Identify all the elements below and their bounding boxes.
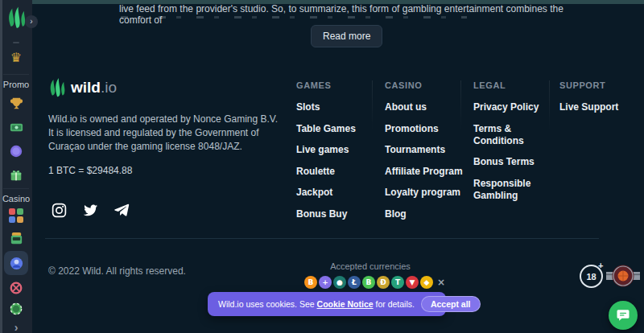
footer-link[interactable]: Terms & Conditions xyxy=(473,120,559,150)
copyright-text: © 2022 Wild. All rights reserved. xyxy=(48,265,186,277)
footer-columns: GAMESSlotsTable GamesLive gamesRouletteJ… xyxy=(296,80,640,226)
column-divider xyxy=(372,80,373,130)
sidebar-bottom-chevron-icon[interactable]: › xyxy=(8,319,24,333)
live-casino-icon[interactable] xyxy=(8,255,24,271)
footer-link[interactable]: Affiliate Program xyxy=(385,162,473,181)
cookie-banner: Wild.io uses cookies. See Cookie Notice … xyxy=(208,292,446,316)
slots-grid-glyph xyxy=(9,208,23,223)
footer-logo[interactable]: wild.io xyxy=(48,77,117,98)
trophy-icon[interactable] xyxy=(8,95,24,111)
currency-purple-coin-icon: + xyxy=(319,276,332,289)
license-text: Wild.io is owned and operated by Nonce G… xyxy=(48,113,283,154)
currency-tether-icon: T xyxy=(391,276,404,289)
footer-link[interactable]: Roulette xyxy=(296,162,385,181)
currency-litecoin-icon: Ł xyxy=(348,276,361,289)
footer-link[interactable]: Live Support xyxy=(559,98,640,117)
age-plus-sign: + xyxy=(598,261,603,270)
live-chat-button[interactable] xyxy=(609,301,638,330)
currency-teal-coin-icon: ● xyxy=(333,276,346,289)
cashback-icon[interactable] xyxy=(8,119,24,135)
wild-logo-icon[interactable] xyxy=(6,6,27,30)
btc-rate: 1 BTC = $29484.88 xyxy=(48,165,132,176)
footer-link[interactable]: Loyalty program xyxy=(385,183,473,202)
footer-link[interactable]: Blog xyxy=(385,205,473,224)
footer-link[interactable]: Live games xyxy=(296,141,385,159)
roulette-icon[interactable] xyxy=(8,280,24,296)
currencies-row: B+●ŁBĐT▼◆× xyxy=(304,276,448,289)
currency-binance-coin-icon: ◆ xyxy=(420,276,433,289)
twitter-icon[interactable] xyxy=(81,201,99,219)
sidebar-section-promo: Promo xyxy=(0,80,32,89)
sidebar-section-casino: Casino xyxy=(0,194,32,204)
table-games-chip-icon[interactable] xyxy=(8,301,24,317)
slots-icon[interactable] xyxy=(8,208,24,224)
footer-link[interactable]: Bonus Buy xyxy=(296,205,385,224)
accept-all-button[interactable]: Accept all xyxy=(421,296,481,312)
currency-dogecoin-icon: Đ xyxy=(377,276,390,289)
cookie-notice-link[interactable]: Cookie Notice xyxy=(317,299,374,309)
sidebar-rail xyxy=(0,0,2,333)
age-number: 18 xyxy=(586,272,596,282)
brand-tld: .io xyxy=(101,79,117,96)
chat-bubble-icon xyxy=(616,308,630,323)
brand-name: wild xyxy=(71,79,101,96)
sidebar-section-separator xyxy=(3,188,29,189)
read-more-button[interactable]: Read more xyxy=(311,25,382,47)
footer-column-title: LEGAL xyxy=(473,80,559,90)
chevron-right-glyph: › xyxy=(14,321,19,333)
social-links xyxy=(50,201,130,219)
jackpot-machine-icon[interactable] xyxy=(8,230,24,246)
column-divider xyxy=(460,80,461,130)
sidebar-section-separator xyxy=(3,74,29,75)
article-text: live feed from the provider's studio. So… xyxy=(119,3,570,26)
accepted-currencies-label: Accepted currencies xyxy=(302,261,439,271)
footer-link[interactable]: Privacy Policy xyxy=(473,98,559,117)
article-faded-text xyxy=(121,16,467,18)
sidebar: › ♛ Promo Casino › xyxy=(0,0,32,333)
currency-tron-icon: ▼ xyxy=(406,276,419,289)
footer-link[interactable]: Bonus Terms xyxy=(473,153,559,171)
instagram-icon[interactable] xyxy=(50,201,68,219)
footer-link[interactable]: Tournaments xyxy=(385,141,473,159)
license-seal-badge xyxy=(606,263,640,289)
footer-divider xyxy=(45,238,599,239)
sidebar-expand-button[interactable]: › xyxy=(25,15,38,28)
wild-logo-icon xyxy=(48,77,66,98)
sidebar-divider-dash xyxy=(13,42,19,43)
footer-column-title: SUPPORT xyxy=(559,80,640,90)
bonus-coin-icon[interactable] xyxy=(8,143,24,159)
currency-bitcoin-icon: B xyxy=(304,276,317,289)
cookie-text: Wild.io uses cookies. See Cookie Notice … xyxy=(218,299,415,309)
footer-link[interactable]: Responsible Gambling xyxy=(473,175,559,205)
currency-bitcoin-cash-icon: B xyxy=(362,276,375,289)
vip-crown-icon[interactable]: ♛ xyxy=(8,50,24,66)
gift-icon[interactable] xyxy=(8,167,24,183)
currency-close-icon[interactable]: × xyxy=(435,276,448,289)
telegram-icon[interactable] xyxy=(113,201,130,219)
footer-link[interactable]: Jackpot xyxy=(296,183,385,202)
crown-glyph: ♛ xyxy=(10,51,22,65)
column-divider xyxy=(549,80,550,130)
